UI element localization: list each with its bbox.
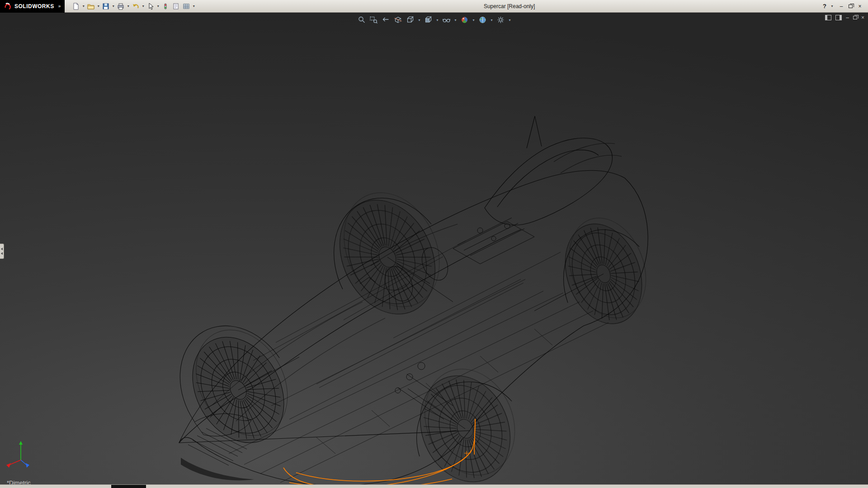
app-titlebar: SOLIDWORKS » ▾ ▾ ▾: [0, 0, 868, 13]
view-settings-icon: [497, 16, 505, 24]
status-bar: [0, 484, 868, 488]
select-caret[interactable]: ▾: [156, 4, 160, 8]
file-properties-button[interactable]: [171, 1, 181, 11]
print-icon: [117, 3, 124, 10]
restore-button[interactable]: [849, 5, 853, 8]
document-close-button[interactable]: ×: [861, 14, 864, 21]
help-button[interactable]: ?: [823, 3, 826, 9]
zoom-to-fit-button[interactable]: [357, 15, 367, 25]
menu-flyout-icon[interactable]: »: [57, 4, 62, 9]
wheel-front-left[interactable]: [172, 314, 308, 460]
titlebar-controls: ? ▾ – ×: [823, 3, 868, 9]
display-style-button[interactable]: [424, 15, 434, 25]
document-restore-button[interactable]: [853, 16, 857, 19]
new-document-icon: [72, 3, 80, 10]
undo-button[interactable]: [131, 1, 141, 11]
triad-x-arrow: [6, 463, 11, 468]
print-caret[interactable]: ▾: [126, 4, 130, 8]
section-view-icon: [394, 16, 402, 24]
wheel-rear-right[interactable]: [551, 207, 660, 335]
headsup-view-toolbar: ▾ ▾ ▾ ▾: [357, 15, 512, 25]
zoom-to-fit-icon: [358, 16, 366, 24]
save-button[interactable]: [101, 1, 111, 11]
view-orientation-button[interactable]: [406, 15, 415, 25]
previous-view-icon: [382, 16, 390, 24]
select-cursor-icon: [147, 3, 154, 10]
brand-text: SOLIDWORKS: [14, 3, 54, 9]
solidworks-logo: SOLIDWORKS »: [0, 0, 65, 13]
view-settings-caret[interactable]: ▾: [508, 18, 512, 22]
save-caret[interactable]: ▾: [111, 4, 115, 8]
apply-scene-caret[interactable]: ▾: [490, 18, 494, 22]
view-orientation-caret[interactable]: ▾: [418, 18, 421, 22]
collapse-arrow-icon: [1, 252, 3, 255]
document-minimize-button[interactable]: –: [846, 14, 849, 21]
view-orientation-label: *Dimetric: [7, 479, 31, 484]
zoom-to-area-button[interactable]: [369, 15, 379, 25]
wheel-front-right[interactable]: [402, 355, 532, 484]
appearance-ball-icon: [461, 16, 469, 24]
help-caret[interactable]: ▾: [830, 4, 834, 8]
rebuild-button[interactable]: [160, 1, 170, 11]
save-floppy-icon: [102, 3, 109, 10]
collapse-arrow-icon: [1, 248, 3, 250]
new-caret[interactable]: ▾: [81, 4, 85, 8]
toolbar-options-caret[interactable]: ▾: [192, 4, 196, 8]
scene-globe-icon: [479, 16, 487, 24]
standard-toolbar: ▾ ▾ ▾ ▾: [71, 1, 196, 11]
open-folder-icon: [87, 3, 94, 10]
hide-show-items-button[interactable]: [442, 15, 452, 25]
print-button[interactable]: [116, 1, 126, 11]
section-view-button[interactable]: [393, 15, 403, 25]
rebuild-icon: [162, 3, 169, 10]
close-button[interactable]: ×: [856, 3, 863, 9]
featuremanager-collapse-tab[interactable]: [0, 244, 4, 259]
triad-y-arrow: [19, 441, 23, 445]
open-button[interactable]: [86, 1, 96, 11]
edit-appearance-caret[interactable]: ▾: [472, 18, 476, 22]
zoom-to-area-icon: [370, 16, 378, 24]
triad-x-axis: [9, 460, 21, 465]
view-orientation-icon: [406, 16, 415, 24]
document-window-controls: – ×: [825, 14, 864, 21]
eyeglasses-icon: [443, 16, 451, 24]
new-document-button[interactable]: [71, 1, 81, 11]
display-style-caret[interactable]: ▾: [436, 18, 439, 22]
pane-toggle-left-icon[interactable]: [825, 15, 831, 20]
select-button[interactable]: [146, 1, 156, 11]
hide-show-items-caret[interactable]: ▾: [454, 18, 458, 22]
dassault-3ds-icon: [4, 2, 12, 10]
document-title: Supercar [Read-only]: [196, 3, 823, 9]
triad-z-arrow: [26, 463, 29, 468]
pane-toggle-right-icon[interactable]: [835, 15, 842, 20]
file-properties-icon: [172, 3, 179, 10]
wheel-rear-left[interactable]: [319, 177, 460, 330]
undo-caret[interactable]: ▾: [141, 4, 145, 8]
status-dark-segment: [111, 485, 146, 488]
minimize-button[interactable]: –: [838, 3, 845, 9]
undo-icon: [132, 3, 139, 10]
options-button[interactable]: [181, 1, 191, 11]
open-caret[interactable]: ▾: [96, 4, 100, 8]
previous-view-button[interactable]: [381, 15, 391, 25]
edit-appearance-button[interactable]: [460, 15, 470, 25]
view-settings-button[interactable]: [496, 15, 506, 25]
orientation-triad: [5, 440, 34, 469]
apply-scene-button[interactable]: [478, 15, 488, 25]
options-grid-icon: [183, 3, 190, 10]
display-style-icon: [425, 16, 433, 24]
graphics-area[interactable]: ▾ ▾ ▾ ▾: [0, 13, 868, 484]
model-wireframe[interactable]: [0, 13, 868, 484]
